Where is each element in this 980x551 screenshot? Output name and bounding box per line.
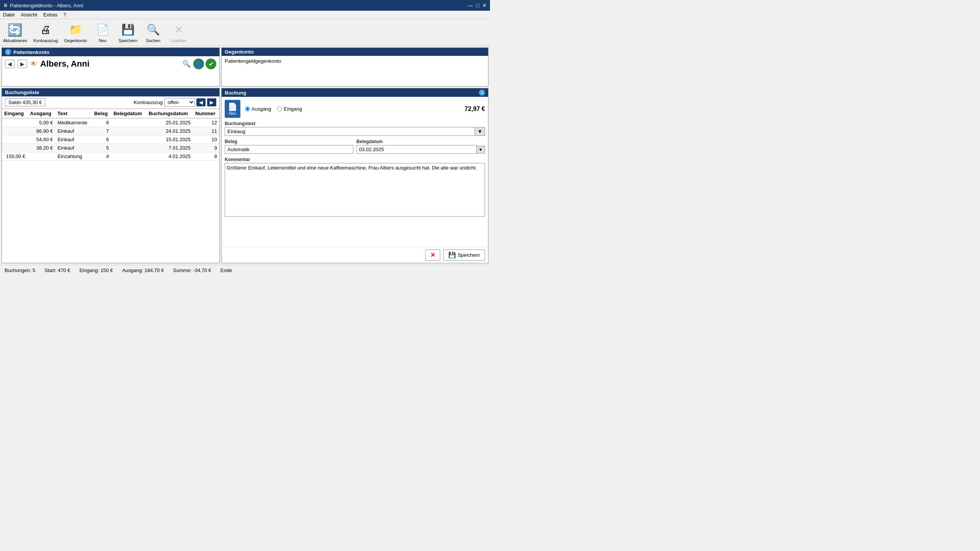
doc-icon: 📄 bbox=[228, 102, 237, 111]
table-container: Eingang Ausgang Text Beleg Belegdatum Bu… bbox=[2, 109, 219, 263]
buchung-table: Eingang Ausgang Text Beleg Belegdatum Bu… bbox=[2, 109, 219, 161]
menu-help[interactable]: ? bbox=[64, 12, 66, 18]
beleg-group: Beleg bbox=[225, 139, 353, 154]
beleg-label: Beleg bbox=[225, 139, 353, 144]
radio-ausgang-input[interactable] bbox=[245, 106, 250, 111]
radio-group: Ausgang Eingang bbox=[245, 106, 363, 112]
col-belegdatum: Belegdatum bbox=[111, 109, 146, 119]
belegdatum-input[interactable] bbox=[356, 145, 477, 154]
maximize-button[interactable]: □ bbox=[476, 2, 479, 8]
delete-icon: ✕ bbox=[171, 22, 186, 37]
kontoauszug-row: Kontoauszug offen ◀ ▶ bbox=[134, 98, 216, 107]
buchung-panel-header: Buchung i bbox=[222, 88, 488, 97]
col-beleg: Beleg bbox=[92, 109, 111, 119]
buchung-info-icon: i bbox=[479, 90, 485, 96]
app-icon: 🖥 bbox=[3, 3, 8, 8]
table-row[interactable]: 54,60 €Einkauf615.01.202510 bbox=[2, 135, 219, 144]
kontoauszug-select[interactable]: offen bbox=[164, 98, 195, 107]
patientenkonto-header: i Patientenkonto bbox=[2, 48, 219, 56]
saldo-box: Saldo 435,30 € bbox=[5, 98, 45, 106]
status-summe: Summe: -34,70 € bbox=[173, 267, 211, 273]
close-button[interactable]: ✕ bbox=[482, 2, 487, 8]
table-row[interactable]: 86,90 €Einkauf724.01.202511 bbox=[2, 127, 219, 135]
buchung-panel: Buchung i 📄 Neu Ausgang bbox=[221, 88, 488, 263]
kontoauszug-next-button[interactable]: ▶ bbox=[207, 98, 216, 106]
belegdatum-label: Belegdatum bbox=[356, 139, 485, 144]
save-button[interactable]: 💾 Speichern bbox=[443, 249, 485, 261]
buchung-title: Buchung bbox=[225, 90, 246, 96]
menu-datei[interactable]: Datei bbox=[3, 12, 15, 18]
toolbar-kontoauszug[interactable]: 🖨 Kontoauszug bbox=[33, 22, 58, 43]
buchungsliste-header: Buchungsliste bbox=[2, 88, 219, 96]
title-bar-title: 🖥 Patientengeldkonto - Albers, Anni bbox=[3, 3, 83, 8]
buchung-body: 📄 Neu Ausgang Eingang 72,97 € bbox=[222, 97, 488, 247]
kommentar-textarea[interactable]: Größerer Einkauf, Lebensmittel und eine … bbox=[225, 163, 485, 217]
prev-patient-button[interactable]: ◀ bbox=[5, 60, 15, 68]
person-button[interactable]: 👤 bbox=[193, 59, 204, 69]
toolbar-suchen[interactable]: 🔍 Suchen bbox=[144, 22, 163, 43]
belegdatum-dropdown[interactable]: ▼ bbox=[477, 146, 485, 153]
buchungsliste-toolbar: Saldo 435,30 € Kontoauszug offen ◀ ▶ bbox=[2, 96, 219, 109]
kontoauszug-label: Kontoauszug bbox=[134, 99, 163, 105]
buchungstext-group: Buchungstext ▼ bbox=[225, 121, 485, 136]
radio-eingang[interactable]: Eingang bbox=[277, 106, 302, 112]
toolbar-gegenkonto-label: Gegenkonto bbox=[64, 38, 87, 43]
table-row[interactable]: 150,00 €Einzahlung44.01.20258 bbox=[2, 152, 219, 161]
kommentar-label: Kommentar bbox=[225, 157, 485, 162]
search-patient-button[interactable]: 🔍 bbox=[181, 59, 192, 69]
toolbar-aktualisieren-label: Aktualisieren bbox=[3, 38, 27, 43]
col-eingang: Eingang bbox=[2, 109, 28, 119]
buchung-footer: ✕ 💾 Speichern bbox=[222, 247, 488, 263]
toolbar: 🔄 Aktualisieren 🖨 Kontoauszug 📁 Gegenkon… bbox=[0, 19, 490, 46]
radio-ausgang[interactable]: Ausgang bbox=[245, 106, 271, 112]
print-icon: 🖨 bbox=[38, 22, 53, 37]
status-eingang: Eingang: 150 € bbox=[79, 267, 113, 273]
toolbar-loeschen-label: Löschen bbox=[170, 38, 186, 43]
cancel-icon: ✕ bbox=[430, 251, 435, 259]
belegdatum-group: Belegdatum ▼ bbox=[356, 139, 485, 154]
table-row[interactable]: 38,20 €Einkauf57.01.20259 bbox=[2, 144, 219, 152]
radio-eingang-label: Eingang bbox=[284, 106, 302, 112]
buchung-top-row: 📄 Neu Ausgang Eingang 72,97 € bbox=[225, 100, 485, 118]
action-icons: 🔍 👤 ✔ bbox=[181, 59, 216, 69]
beleg-input[interactable] bbox=[225, 145, 353, 154]
menu-ansicht[interactable]: Ansicht bbox=[21, 12, 37, 18]
buchung-new-label: Neu bbox=[229, 111, 236, 116]
window-title: Patientengeldkonto - Albers, Anni bbox=[10, 3, 83, 8]
toolbar-loeschen: ✕ Löschen bbox=[169, 22, 188, 43]
amount-display: 72,97 € bbox=[368, 106, 485, 112]
toolbar-speichern[interactable]: 💾 Speichern bbox=[118, 22, 137, 43]
next-patient-button[interactable]: ▶ bbox=[18, 60, 27, 68]
col-text: Text bbox=[55, 109, 92, 119]
table-header-row: Eingang Ausgang Text Beleg Belegdatum Bu… bbox=[2, 109, 219, 119]
eye-icon: 👁 bbox=[30, 60, 37, 68]
beleg-row: Beleg Belegdatum ▼ bbox=[225, 139, 485, 154]
table-row[interactable]: 5,00 €Medikamente825.01.202512 bbox=[2, 118, 219, 127]
buchungstext-input[interactable] bbox=[225, 127, 475, 136]
toolbar-aktualisieren[interactable]: 🔄 Aktualisieren bbox=[3, 22, 27, 43]
check-button[interactable]: ✔ bbox=[206, 59, 216, 69]
toolbar-gegenkonto[interactable]: 📁 Gegenkonto bbox=[64, 22, 87, 43]
minimize-button[interactable]: — bbox=[468, 2, 473, 8]
buchungstext-dropdown[interactable]: ▼ bbox=[475, 127, 485, 136]
status-ausgang: Ausgang: 184,70 € bbox=[122, 267, 164, 273]
buchung-new-icon[interactable]: 📄 Neu bbox=[225, 100, 240, 118]
gegenkonto-header: Gegenkonto bbox=[222, 48, 488, 56]
status-ende: Ende bbox=[220, 267, 232, 273]
cancel-button[interactable]: ✕ bbox=[425, 249, 440, 261]
buchungsliste-title: Buchungsliste bbox=[5, 90, 39, 95]
gegenkonto-value: Patientengeldgegenkonto bbox=[225, 58, 281, 64]
gegenkonto-title: Gegenkonto bbox=[225, 49, 254, 55]
account-header: i Patientenkonto ◀ ▶ 👁 Albers, Anni 🔍 👤 … bbox=[0, 46, 490, 88]
col-ausgang: Ausgang bbox=[28, 109, 55, 119]
gegenkonto-body: Patientengeldgegenkonto bbox=[222, 56, 488, 66]
buchungstext-label: Buchungstext bbox=[225, 121, 485, 126]
toolbar-neu[interactable]: 📄 Neu bbox=[93, 22, 112, 43]
radio-eingang-input[interactable] bbox=[277, 106, 282, 111]
status-start: Start: 470 € bbox=[44, 267, 70, 273]
col-nummer: Nummer bbox=[193, 109, 219, 119]
menu-extras[interactable]: Extras bbox=[43, 12, 57, 18]
refresh-icon: 🔄 bbox=[7, 22, 23, 37]
toolbar-suchen-label: Suchen bbox=[146, 38, 160, 43]
kontoauszug-prev-button[interactable]: ◀ bbox=[196, 98, 206, 106]
